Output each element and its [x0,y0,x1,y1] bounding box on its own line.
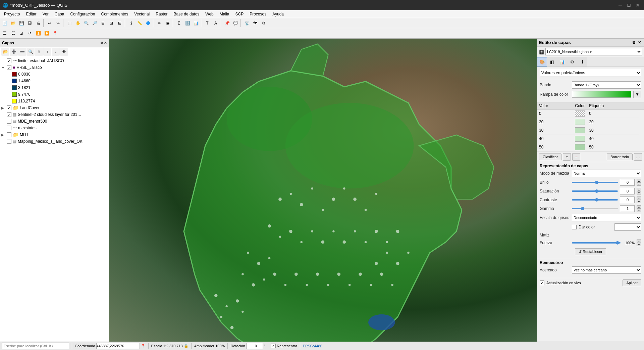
tb-sum[interactable]: Σ [175,19,183,27]
menu-web[interactable]: Web [203,11,216,17]
menu-ver[interactable]: Ver [40,11,51,17]
color-ramp-dropdown[interactable]: ▼ [633,91,641,98]
menu-procesos[interactable]: Procesos [247,11,269,17]
tb-save[interactable]: 💾 [17,19,25,27]
color-swatch-20[interactable] [575,119,585,125]
fuerza-up[interactable]: ▲ [637,239,641,243]
open-layer-button[interactable]: 📂 [1,48,9,56]
table-row[interactable]: 20 20 [537,118,644,126]
tb2-filter[interactable]: ⊿ [17,29,25,37]
gamma-up[interactable]: ▲ [637,205,641,209]
search-input[interactable] [2,343,69,349]
menu-vectorial[interactable]: Vectorial [131,11,152,17]
layer-item-landcover[interactable]: ▶ ✓ 📁 LandCover [0,104,109,111]
acercado-select[interactable]: Vecino más cercano [572,266,641,274]
tb2-select-all[interactable]: ☰ [1,29,9,37]
tb-save-as[interactable]: 🖫 [26,19,34,27]
tb-redo[interactable]: ↪ [54,19,62,27]
tb2-copy[interactable]: ⏫ [34,29,42,37]
layer-checkbox-limite[interactable]: ✓ [7,58,11,63]
tb2-paste[interactable]: ⏬ [43,29,51,37]
menu-scp[interactable]: SCP [232,11,246,17]
brillo-up[interactable]: ▲ [637,179,641,182]
tab-paint-bucket[interactable]: 🎨 [537,57,547,67]
maximize-button[interactable]: □ [625,1,633,9]
checkbox-sentinel[interactable]: ✓ [7,112,11,117]
menu-raster[interactable]: Ráster [153,11,170,17]
color-ramp-display[interactable] [572,91,631,98]
tb-field-calc[interactable]: 🔢 [183,19,192,27]
brillo-slider[interactable] [572,180,618,185]
checkbox-mde[interactable] [7,119,11,124]
layer-visibility-button[interactable]: 👁 [60,48,68,56]
remove-value-button[interactable]: − [572,153,580,161]
move-up-button[interactable]: ↑ [43,48,51,56]
tb2-deselect[interactable]: ☷ [9,29,17,37]
menu-malla[interactable]: Malla [217,11,232,17]
layer-item-mapping[interactable]: ▦ Mapping_Mexico_s_land_cover_OK [0,138,109,145]
checkbox-mexstates[interactable] [7,126,11,130]
fuerza-slider[interactable] [572,240,621,246]
layer-item-val113[interactable]: 113,2774 [0,98,109,104]
checkbox-landcover[interactable]: ✓ [7,105,11,110]
tb-zoom-layer[interactable]: ⊡ [107,19,115,27]
tb2-pin2[interactable]: 📍 [51,29,59,37]
layer-item-val3821[interactable]: 3,1821 [0,84,109,91]
color-swatch-30[interactable] [575,127,585,133]
table-row[interactable]: 0 0 [537,110,644,118]
tab-histogram[interactable]: 📊 [557,57,567,67]
fuerza-down[interactable]: ▼ [637,243,641,246]
checkbox-mapping[interactable] [7,139,11,144]
move-down-button[interactable]: ↓ [52,48,60,56]
tb-select[interactable]: ⬚ [65,19,73,27]
layer-item-val0030[interactable]: 0,0030 [0,71,109,78]
tb-pin[interactable]: 📌 [223,19,231,27]
gamma-down[interactable]: ▼ [637,209,641,212]
menu-base-datos[interactable]: Base de datos [171,11,202,17]
brillo-value[interactable] [620,179,635,186]
renderer-type-select[interactable]: Valores en paleta/únicos [540,69,641,77]
tb-annotation[interactable]: 💬 [231,19,239,27]
clasificar-button[interactable]: Clasificar [539,154,561,160]
tb-undo[interactable]: ↩ [46,19,54,27]
style-panel-close[interactable]: ✕ [637,40,642,45]
gamma-value[interactable] [620,205,635,212]
layer-item-mdt[interactable]: ▶ 📁 MDT [0,131,109,138]
aplicar-button[interactable]: Aplicar [623,279,641,286]
menu-complementos[interactable]: Complementos [99,11,131,17]
tb-stats[interactable]: 📊 [192,19,200,27]
layer-item-sentinel[interactable]: ✓ ▦ Sentinel-2 cloudless layer for 2019 … [0,111,109,118]
escala-grises-select[interactable]: Desconectado [572,214,641,221]
tb2-refresh[interactable]: ↺ [26,29,34,37]
brillo-down[interactable]: ▼ [637,182,641,186]
dar-color-select[interactable] [614,223,641,231]
contraste-down[interactable]: ▼ [637,200,641,203]
tb-zoom-full[interactable]: ⊞ [99,19,107,27]
banda-select[interactable]: Banda 1 (Gray) [572,81,641,89]
tb-identify[interactable]: ℹ [127,19,135,27]
tb-zoom-selection[interactable]: ⊟ [116,19,124,27]
dar-color-checkbox[interactable] [572,225,577,229]
tb-osm[interactable]: 🗺 [251,19,259,27]
menu-configuracion[interactable]: Configuración [67,11,98,17]
coordenada-value[interactable] [96,343,140,349]
menu-proyecto[interactable]: Proyecto [1,11,22,17]
layer-item-mde[interactable]: ▦ MDE_menor500 [0,118,109,125]
tb-print[interactable]: 🖨 [34,19,42,27]
saturacion-slider[interactable] [572,188,618,194]
add-layer-button[interactable]: ➕ [10,48,18,56]
tab-metadata[interactable]: ℹ [577,57,587,67]
style-panel-float[interactable]: ⧉ [632,40,636,45]
layers-close-button[interactable]: ✕ [104,41,107,45]
layer-item-limite[interactable]: ✓ 〰 limite_estadual_JALISCO [0,57,109,64]
tb-digitize[interactable]: ✏ [155,19,163,27]
table-row[interactable]: 40 40 [537,135,644,143]
tab-transparency[interactable]: ◧ [547,57,557,67]
expand-mdt[interactable]: ▶ [1,133,5,137]
restablecer-button[interactable]: ↺ Restablecer [575,248,606,255]
tb-measure[interactable]: 📏 [136,19,144,27]
saturacion-value[interactable] [620,188,635,194]
table-row[interactable]: 50 50 [537,143,644,151]
add-value-button[interactable]: + [563,153,571,161]
tb-zoom-out[interactable]: 🔎 [91,19,99,27]
